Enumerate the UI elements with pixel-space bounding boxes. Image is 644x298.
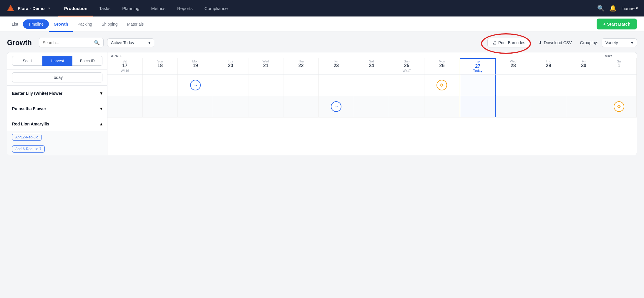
cal-cell-r1-c13 [566,96,602,117]
cal-day-name-1: Sun [157,59,163,63]
seed-icon[interactable] [614,101,624,112]
chevron-up-icon: ▴ [100,121,102,127]
arrow-icon[interactable]: → [190,80,201,90]
cal-cell-r1-c1 [143,96,178,117]
cal-day-name-6: Fri [334,59,338,63]
cal-day-col-25: Sun25Wk17 [389,58,424,74]
group-by-select[interactable]: Variety ▾ [602,38,637,47]
page-title: Growth [7,39,32,47]
cal-cell-r0-c2: → [178,74,213,96]
cal-cell-r0-c3 [213,74,248,96]
group-by-chevron: ▾ [631,40,633,45]
plant-group-name-red-lion: Red Lion Amaryllis [12,122,49,126]
nav-item-production[interactable]: Production [58,0,93,16]
seed-icon[interactable] [436,80,447,90]
search-input[interactable] [43,40,92,45]
today-button[interactable]: Today [12,72,102,82]
cal-day-name-3: Tue [228,59,233,63]
toolbar-right: 🖨 Print Barcodes ⬇ Download CSV Group by… [487,38,637,47]
app-name: Flora - Demo [18,6,45,11]
app-logo[interactable]: Flora - Demo ▾ [6,4,50,13]
arrow-icon[interactable]: → [331,101,341,112]
cal-cell-r1-c11 [496,96,531,117]
start-batch-button[interactable]: + Start Batch [597,19,637,29]
cal-cell-r1-c7 [354,96,389,117]
tab-packing[interactable]: Packing [73,16,97,32]
nav-items: Production Tasks Planning Metrics Report… [58,0,597,16]
cal-day-num-13: 30 [581,63,586,68]
plant-group-poinsettia: Poinsettia Flower ▾ [7,101,107,116]
plant-group-header-red-lion[interactable]: Red Lion Amaryllis ▴ [7,116,107,131]
cal-cell-r1-c12 [531,96,566,117]
sub-nav-items: List Timeline Growth Packing Shipping Ma… [7,16,597,32]
group-by-value: Variety [605,40,618,45]
today-label: Today [473,69,482,72]
search-button[interactable]: 🔍 [597,5,605,12]
cal-cell-r0-c9 [424,74,460,96]
month-label-april: APRIL [107,52,122,58]
week-label-Wk16: Wk16 [121,68,129,72]
cal-day-num-0: 17 [122,63,127,68]
user-menu[interactable]: Lianne ▾ [621,6,638,11]
app-chevron: ▾ [48,6,50,10]
toggle-seed-button[interactable]: Seed [12,56,42,66]
plant-group-red-lion: Red Lion Amaryllis ▴ Apr12-Red-Lio Apr16… [7,116,107,155]
nav-item-tasks[interactable]: Tasks [93,0,116,16]
cal-cell-r0-c14 [601,74,637,96]
nav-item-reports[interactable]: Reports [171,0,199,16]
nav-item-metrics[interactable]: Metrics [145,0,171,16]
download-csv-label: Download CSV [544,40,572,45]
cal-day-num-1: 18 [157,63,163,68]
printer-icon: 🖨 [492,40,497,45]
tab-materials[interactable]: Materials [122,16,149,32]
print-barcodes-label: Print Barcodes [498,40,525,45]
cal-day-num-12: 29 [546,63,551,68]
tab-shipping[interactable]: Shipping [97,16,122,32]
cal-day-num-5: 22 [298,63,304,68]
download-csv-button[interactable]: ⬇ Download CSV [534,38,577,47]
tab-list[interactable]: List [7,16,23,32]
cal-day-col-29: Thu29 [531,58,566,74]
cal-day-num-11: 28 [511,63,516,68]
cal-day-num-6: 23 [333,63,339,68]
chevron-down-icon-2: ▾ [100,106,102,111]
toggle-batchid-button[interactable]: Batch ID [72,56,102,66]
cal-day-num-9: 26 [439,63,444,68]
tab-growth[interactable]: Growth [49,16,73,32]
plant-group-header-poinsettia[interactable]: Poinsettia Flower ▾ [7,101,107,116]
content-area: Seed Harvest Batch ID Today Easter Lily … [7,52,637,155]
filter-dropdown[interactable]: Active Today ▾ [107,38,154,47]
group-by-label: Group by: [580,40,598,45]
print-barcodes-button[interactable]: 🖨 Print Barcodes [487,38,530,47]
cal-day-col-18: Sun18 [143,58,178,74]
left-panel: Seed Harvest Batch ID Today Easter Lily … [7,52,107,155]
tab-timeline[interactable]: Timeline [23,19,49,29]
nav-item-compliance[interactable]: Compliance [198,0,233,16]
batch-item-2[interactable]: Apr16-Red-Lio-7 [7,143,107,155]
cal-day-num-2: 19 [193,63,198,68]
top-nav: Flora - Demo ▾ Production Tasks Planning… [0,0,644,16]
toolbar: Growth 🔍 Active Today ▾ 🖨 Print Barcodes… [7,38,637,47]
cal-day-name-0: Sat [122,59,127,63]
notifications-button[interactable]: 🔔 [609,5,617,12]
toggle-harvest-button[interactable]: Harvest [42,56,73,66]
calendar-body: →→ [107,74,637,117]
calendar-header: Sat17Wk16Sun18Mon19Tue20Wed21Thu22Fri23S… [107,58,637,74]
cal-cell-r1-c14 [601,96,637,117]
cal-day-name-9: Mon [439,59,445,63]
cal-day-name-13: Fri [582,59,586,63]
cal-cell-r0-c1 [143,74,178,96]
cal-cell-r1-c9 [424,96,460,117]
user-name: Lianne [621,6,635,11]
chevron-down-icon: ▾ [100,90,102,96]
cal-day-name-4: Wed [263,59,269,63]
plant-group-name-poinsettia: Poinsettia Flower [12,106,46,111]
cal-day-name-8: Sun [404,59,410,63]
batch-item-1[interactable]: Apr12-Red-Lio [7,131,107,143]
cal-cell-r1-c2 [178,96,213,117]
main-area: Growth 🔍 Active Today ▾ 🖨 Print Barcodes… [0,32,644,155]
nav-item-planning[interactable]: Planning [116,0,145,16]
cal-day-col-1: Sa1 [601,58,637,74]
plant-group-header-easter-lily[interactable]: Easter Lily (White) Flower ▾ [7,86,107,101]
cal-day-name-12: Thu [546,59,551,63]
